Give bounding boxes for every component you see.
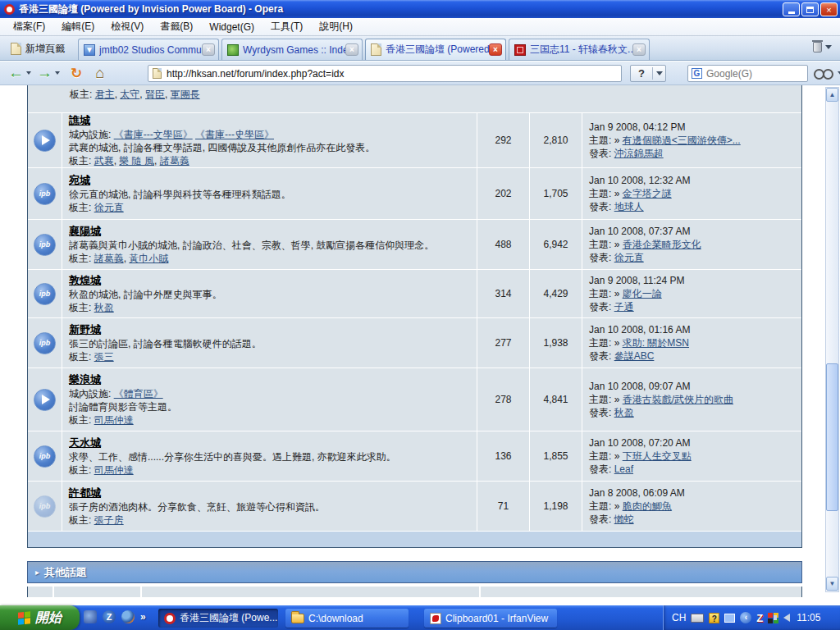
moderator-link[interactable]: 秋盈 [94, 302, 114, 313]
start-button[interactable]: 開始 [0, 605, 80, 630]
quick-launch-overflow-chevron[interactable]: » [140, 611, 146, 623]
last-topic-link[interactable]: 下班人生交叉點 [623, 450, 692, 462]
category-header-other-topics[interactable]: ▸ 其他話題 [27, 561, 802, 583]
volume-icon[interactable] [783, 614, 790, 622]
moderator-link[interactable]: 徐元直 [94, 202, 124, 213]
forum-name-link[interactable]: 譙城 [69, 113, 90, 128]
forward-history-caret[interactable] [55, 71, 60, 75]
last-post-date: Jan 10 2008, 07:37 AM [589, 225, 795, 238]
tab-close-icon[interactable]: × [632, 43, 646, 56]
minimize-button[interactable] [783, 2, 800, 16]
forum-row: ipb 許都城 張子房的酒池肉林。分享飲食、烹飪、旅遊等心得和資訊。 板主: 張… [28, 482, 801, 531]
url-input[interactable] [167, 68, 617, 80]
last-poster-label: 發表: [589, 148, 611, 159]
last-poster-link[interactable]: Leaf [614, 463, 633, 475]
facility-link[interactable]: 《書庫---史學區》 [195, 129, 274, 140]
forum-status-icon: ipb [34, 332, 56, 354]
taskbar-button-opera[interactable]: 香港三國論壇 (Powe... [158, 609, 278, 628]
closed-tabs-trash-button[interactable] [813, 42, 832, 52]
back-history-caret[interactable] [26, 71, 31, 75]
tab-close-icon[interactable]: × [345, 43, 358, 56]
moderator-link[interactable]: 軍團長 [171, 89, 200, 100]
scrollbar-thumb[interactable] [826, 363, 838, 511]
restore-button[interactable] [801, 2, 819, 16]
back-button[interactable]: ← [7, 65, 25, 81]
facility-link[interactable]: 《體育區》 [114, 388, 163, 399]
menu-file[interactable]: 檔案(F) [5, 18, 53, 35]
window-tray-icon[interactable] [724, 614, 735, 623]
help-button[interactable]: ? [630, 65, 666, 82]
scroll-up-button[interactable]: ▲ [826, 88, 838, 102]
url-field[interactable] [148, 65, 622, 82]
moderator-link[interactable]: 諸葛義 [94, 253, 124, 264]
last-topic-link[interactable]: 脆肉的鯽魚 [623, 500, 672, 512]
menu-bookmarks[interactable]: 書籤(B) [152, 18, 201, 35]
forum-name-link[interactable]: 襄陽城 [69, 224, 101, 239]
last-topic-link[interactable]: 求助: 關於MSN [623, 337, 689, 349]
vertical-scrollbar[interactable]: ▲ ▼ [825, 87, 839, 592]
forum-name-link[interactable]: 許都城 [69, 486, 101, 500]
tab-wyrdysm[interactable]: Wyrdysm Games :: Index × [221, 39, 363, 60]
last-poster-link[interactable]: 秋盈 [614, 407, 634, 418]
taskbar-button-irfanview[interactable]: Clipboard01 - IrfanView [424, 609, 557, 628]
last-topic-link[interactable]: 有邊個睇過<三國游俠傳>... [623, 135, 741, 146]
menu-help[interactable]: 說明(H) [311, 18, 361, 35]
last-topic-link[interactable]: 金字塔之謎 [623, 188, 672, 199]
moderator-link[interactable]: 武襄 [94, 155, 114, 167]
moderator-link[interactable]: 張子房 [94, 514, 124, 526]
moderator-link[interactable]: 賢臣 [145, 89, 165, 100]
moderator-link[interactable]: 太守 [120, 89, 139, 100]
forward-button[interactable]: → [35, 65, 54, 81]
home-button[interactable]: ⌂ [89, 65, 111, 82]
forum-name-link[interactable]: 天水城 [69, 436, 101, 450]
forum-description: 秋盈的城池, 討論中外歷史與軍事。 [69, 288, 470, 301]
hide-tray-icons-button[interactable]: ‹ [740, 612, 751, 623]
forum-name-link[interactable]: 宛城 [69, 173, 90, 188]
tab-hksan-active[interactable]: 香港三國論壇 (Powered ... × [365, 39, 506, 60]
last-poster-link[interactable]: 沖涼錦馬超 [614, 148, 664, 159]
forum-name-link[interactable]: 樂浪城 [69, 372, 101, 387]
reload-button[interactable]: ↻ [64, 65, 89, 82]
quick-launch-icon-z[interactable]: Z [103, 610, 116, 623]
close-button[interactable]: × [820, 2, 838, 16]
last-poster-link[interactable]: 懶蛇 [614, 514, 634, 525]
moderator-link[interactable]: 黃巾小賊 [129, 253, 168, 264]
last-poster-link[interactable]: 參謀ABC [614, 350, 655, 362]
moderator-link[interactable]: 君主 [95, 89, 115, 100]
forum-facilities: 城內設施: 《體育區》 [69, 387, 470, 400]
new-tab-button[interactable]: 新增頁籤 [5, 39, 71, 58]
last-topic-link[interactable]: 香港古裝戲/武俠片的歌曲 [623, 394, 733, 405]
menu-edit[interactable]: 編輯(E) [53, 18, 103, 35]
zonealarm-icon[interactable]: Z [756, 612, 763, 624]
last-poster-link[interactable]: 地球人 [614, 201, 644, 212]
last-topic-link[interactable]: 香港企業畸形文化 [623, 239, 701, 250]
last-poster-link[interactable]: 徐元直 [614, 252, 644, 263]
moderator-link[interactable]: 司馬仲達 [94, 414, 134, 426]
zoom-glasses-icon[interactable] [814, 69, 833, 78]
menu-widgets[interactable]: Widget(G) [201, 20, 262, 34]
facility-link[interactable]: 《書庫---文學區》 [114, 129, 193, 140]
last-poster-link[interactable]: 子通 [614, 301, 634, 313]
google-icon: G [692, 68, 702, 79]
scroll-down-button[interactable]: ▼ [826, 577, 838, 591]
quick-launch-icon-1[interactable] [84, 610, 97, 623]
menu-tools[interactable]: 工具(T) [262, 18, 311, 35]
last-topic-link[interactable]: 廖化一論 [623, 288, 662, 299]
tab-close-icon[interactable]: × [202, 43, 215, 56]
taskbar-button-download-folder[interactable]: C:\download [285, 609, 409, 628]
moderator-link[interactable]: 司馬仲達 [94, 464, 134, 476]
moderator-link[interactable]: 樂 隨 風 [119, 155, 154, 167]
forum-name-link[interactable]: 新野城 [69, 322, 101, 337]
help-tray-icon[interactable]: ? [709, 613, 719, 623]
forum-name-link[interactable]: 敦煌城 [69, 273, 101, 288]
tab-sanguozhi11[interactable]: 三国志11 - 轩辕春秋文... × [509, 39, 650, 60]
menu-view[interactable]: 檢視(V) [103, 18, 152, 35]
language-indicator[interactable]: CH [672, 612, 686, 623]
moderator-link[interactable]: 張三 [94, 351, 114, 363]
quick-launch-firefox-icon[interactable] [121, 610, 135, 623]
moderator-link[interactable]: 諸葛義 [160, 155, 189, 167]
keyboard-icon[interactable] [691, 614, 704, 623]
search-field[interactable]: G [687, 65, 808, 82]
tab-close-icon[interactable]: × [489, 43, 502, 56]
tab-jmtb02[interactable]: ▼ jmtb02 Studios Communit... × [78, 39, 219, 60]
